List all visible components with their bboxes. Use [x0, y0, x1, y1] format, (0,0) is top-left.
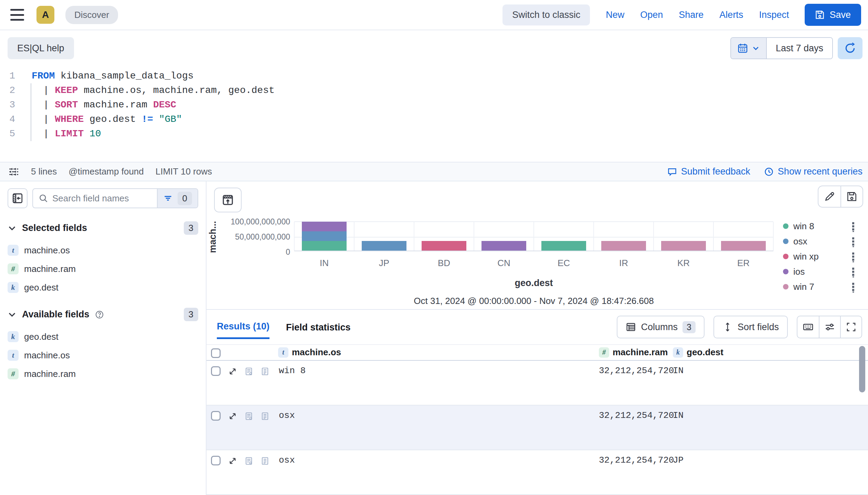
display-options-button[interactable] [819, 316, 840, 338]
chevron-down-icon [8, 310, 17, 319]
field-item-machine.ram[interactable]: #machine.ram [8, 260, 198, 278]
date-picker[interactable]: Last 7 days [730, 37, 833, 59]
code-line[interactable]: 5 | LIMIT 10 [0, 127, 868, 141]
fullscreen-button[interactable] [840, 316, 861, 338]
space-avatar[interactable]: A [36, 6, 54, 24]
column-header-geo-dest[interactable]: k geo.dest [673, 347, 723, 358]
refresh-button[interactable] [838, 37, 862, 59]
line-number: 2 [0, 83, 21, 98]
bar-segment-osx-IN[interactable] [302, 231, 347, 241]
keyboard-shortcuts-button[interactable] [797, 316, 819, 338]
esql-help-button[interactable]: ES|QL help [8, 37, 74, 59]
tab-field-statistics[interactable]: Field statistics [286, 322, 351, 338]
legend-item-ios[interactable]: ios [783, 264, 855, 279]
vertical-scrollbar[interactable] [859, 346, 865, 392]
doc-viewer-icon[interactable] [261, 367, 269, 376]
query-editor-footer: 5 lines @timestamp found LIMIT 10 rows S… [0, 162, 868, 181]
row-checkbox[interactable] [211, 456, 221, 465]
bar-segment-win-xp-BD[interactable] [422, 241, 466, 251]
table-row[interactable]: win 832,212,254,720IN [207, 361, 868, 406]
legend-item-osx[interactable]: osx [783, 234, 855, 249]
open-button[interactable]: Open [640, 10, 663, 20]
share-button[interactable]: Share [679, 10, 703, 20]
row-checkbox[interactable] [211, 411, 221, 421]
field-item-machine.os[interactable]: tmachine.os [8, 346, 198, 365]
field-item-machine.os[interactable]: tmachine.os [8, 241, 198, 260]
table-row[interactable]: osx32,212,254,720IN [207, 406, 868, 450]
degraded-doc-icon[interactable] [244, 367, 253, 376]
submit-feedback-link[interactable]: Submit feedback [667, 166, 750, 177]
time-range-value[interactable]: Last 7 days [766, 38, 832, 59]
sort-fields-button[interactable]: Sort fields [713, 316, 788, 338]
legend-color-dot [783, 254, 788, 259]
breadcrumb[interactable]: Discover [65, 6, 118, 24]
degraded-doc-icon[interactable] [244, 456, 253, 465]
legend-actions-icon[interactable] [851, 252, 855, 262]
help-icon[interactable] [95, 310, 104, 319]
x-axis-ticks: INJPBDCNECIRKRER [294, 258, 773, 268]
field-item-geo.dest[interactable]: kgeo.dest [8, 278, 198, 297]
field-item-geo.dest[interactable]: kgeo.dest [8, 327, 198, 346]
collapse-sidebar-button[interactable] [8, 188, 28, 208]
tab-results[interactable]: Results (10) [217, 321, 269, 339]
selected-fields-header[interactable]: Selected fields 3 [8, 221, 198, 235]
save-visualization-button[interactable] [840, 186, 862, 207]
legend-actions-icon[interactable] [851, 282, 855, 293]
legend-item-win-xp[interactable]: win xp [783, 249, 855, 264]
columns-button[interactable]: Columns 3 [617, 316, 704, 338]
legend-actions-icon[interactable] [851, 237, 855, 247]
editor-settings-icon[interactable] [8, 166, 19, 177]
query-code-editor[interactable]: 1FROM kibana_sample_data_logs2 | KEEP ma… [0, 69, 868, 141]
bar-segment-win-8-IN[interactable] [302, 241, 347, 251]
doc-viewer-icon[interactable] [261, 456, 269, 465]
cell-machine-os: osx [279, 410, 295, 421]
expand-row-icon[interactable] [228, 412, 237, 421]
bar-segment-win-7-IR[interactable] [601, 241, 646, 251]
bar-segment-win-8-EC[interactable] [541, 241, 586, 251]
legend-item-win-7[interactable]: win 7 [783, 279, 855, 294]
row-checkbox[interactable] [211, 366, 221, 376]
alerts-button[interactable]: Alerts [719, 10, 743, 20]
legend-item-win-8[interactable]: win 8 [783, 219, 855, 234]
switch-to-classic-button[interactable]: Switch to classic [502, 4, 590, 25]
hide-chart-button[interactable] [214, 188, 242, 212]
available-fields-header[interactable]: Available fields 3 [8, 308, 198, 321]
code-line[interactable]: 2 | KEEP machine.os, machine.ram, geo.de… [0, 83, 868, 98]
legend-actions-icon[interactable] [851, 222, 855, 232]
gridline [773, 222, 774, 251]
field-search[interactable]: 0 [32, 188, 198, 208]
date-picker-quick-menu[interactable] [731, 38, 766, 59]
save-button[interactable]: Save [805, 4, 861, 26]
show-recent-queries-link[interactable]: Show recent queries [764, 166, 862, 177]
select-all-checkbox[interactable] [211, 348, 221, 358]
bar-segment-ios-CN[interactable] [481, 241, 526, 251]
field-filter-button[interactable]: 0 [157, 189, 198, 208]
legend-actions-icon[interactable] [851, 267, 855, 277]
table-row[interactable]: osx32,212,254,720JP [207, 450, 868, 495]
inspect-button[interactable]: Inspect [759, 10, 789, 20]
x-tick-CN: CN [474, 258, 534, 268]
bar-segment-win-7-ER[interactable] [721, 241, 766, 251]
expand-row-icon[interactable] [228, 456, 237, 465]
new-button[interactable]: New [606, 10, 624, 20]
degraded-doc-icon[interactable] [244, 412, 253, 421]
bar-segment-win-7-KR[interactable] [661, 241, 706, 251]
code-line[interactable]: 1FROM kibana_sample_data_logs [0, 69, 868, 83]
search-input[interactable] [48, 189, 157, 208]
edit-visualization-button[interactable] [818, 186, 840, 207]
column-header-machine-os[interactable]: t machine.os [278, 347, 341, 358]
selected-fields-count: 3 [184, 221, 198, 235]
legend-label: win 7 [793, 282, 814, 292]
legend-color-dot [783, 239, 788, 244]
legend-label: ios [793, 266, 805, 277]
field-item-machine.ram[interactable]: #machine.ram [8, 365, 198, 383]
bar-segment-ios-IN[interactable] [302, 222, 347, 231]
expand-row-icon[interactable] [228, 367, 237, 376]
menu-icon[interactable] [10, 9, 24, 21]
code-line[interactable]: 3 | SORT machine.ram DESC [0, 98, 868, 112]
column-header-machine-ram[interactable]: # machine.ram [599, 347, 668, 358]
code-line[interactable]: 4 | WHERE geo.dest != "GB" [0, 112, 868, 127]
doc-viewer-icon[interactable] [261, 412, 269, 421]
bar-chart-plot[interactable] [294, 221, 773, 251]
bar-segment-osx-JP[interactable] [362, 241, 406, 251]
